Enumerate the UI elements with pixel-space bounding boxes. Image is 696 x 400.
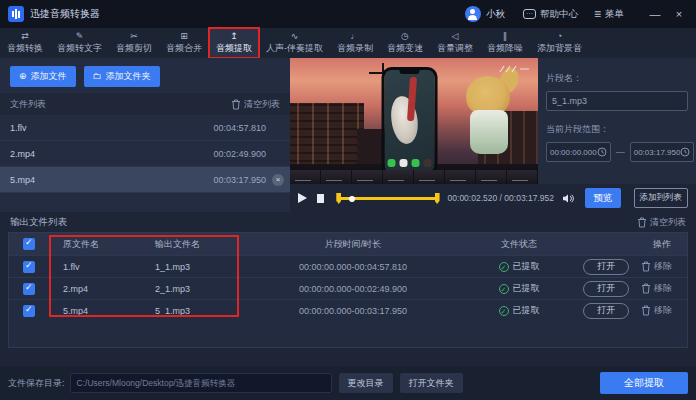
audio-record-icon: ♩	[351, 32, 360, 41]
add-file-icon: ⊕	[19, 72, 27, 81]
add-to-list-button[interactable]: 添加到列表	[634, 188, 689, 208]
extract-all-button[interactable]: 全部提取	[600, 372, 688, 394]
menu-label: 菜单	[605, 8, 624, 21]
volume-button[interactable]	[562, 193, 575, 204]
tab-volume-adjust[interactable]: ◁ 音量调整	[430, 28, 480, 58]
user-name[interactable]: 小秋	[486, 8, 505, 21]
open-button[interactable]: 打开	[583, 259, 629, 275]
video-preview[interactable]	[290, 58, 538, 184]
clear-output-list-button[interactable]: 清空列表	[637, 216, 686, 229]
tab-audio-denoise[interactable]: ∥ 音频降噪	[480, 28, 530, 58]
remove-button[interactable]: 移除	[641, 260, 672, 273]
footer-bar: 文件保存目录: C:/Users/Mloong/Desktop/迅捷音频转换器 …	[0, 366, 696, 400]
select-all-checkbox[interactable]	[23, 238, 35, 250]
trash-icon	[641, 283, 651, 294]
clock-icon	[597, 147, 607, 157]
tab-audio-speed[interactable]: ◷ 音频变速	[380, 28, 430, 58]
playhead[interactable]	[349, 196, 355, 202]
output-table: 原文件名 输出文件名 片段时间/时长 文件状态 操作 1.flv 1_1.mp3…	[8, 232, 688, 348]
range-end-input[interactable]: 00:03:17.950	[630, 142, 695, 162]
user-avatar[interactable]	[465, 6, 481, 22]
audio-extract-icon: ↥	[230, 32, 238, 41]
trash-icon	[641, 261, 651, 272]
add-folder-button[interactable]: 🗀 添加文件夹	[84, 66, 160, 87]
speaker-icon	[562, 193, 575, 204]
status-success-icon: ✓	[499, 262, 509, 272]
status-success-icon: ✓	[499, 284, 509, 294]
output-row: 2.mp4 2_1.mp3 00:00:00.000-00:02:49.900 …	[9, 277, 687, 299]
segment-name-label: 片段名：	[546, 72, 688, 85]
close-button[interactable]: ×	[670, 8, 688, 20]
output-list-title: 输出文件列表	[10, 216, 67, 229]
trim-handle-end[interactable]	[435, 193, 440, 204]
tab-audio-convert[interactable]: ⇄ 音频转换	[0, 28, 50, 58]
tab-add-background-audio[interactable]: ◔ 添加背景音	[530, 28, 589, 58]
segment-name-input[interactable]: 5_1.mp3	[546, 91, 688, 111]
remove-button[interactable]: 移除	[641, 304, 672, 317]
range-dash: —	[616, 147, 625, 157]
vocal-separation-icon: ∿	[291, 32, 299, 41]
trim-slider[interactable]	[336, 191, 439, 205]
audio-speed-icon: ◷	[401, 32, 409, 41]
row-checkbox[interactable]	[23, 261, 35, 273]
stop-button[interactable]	[317, 194, 324, 203]
filmstrip	[290, 170, 538, 184]
file-row[interactable]: 2.mp4 00:02:49.900	[0, 141, 290, 167]
audio-to-text-icon: ✎	[76, 32, 84, 41]
file-row[interactable]: 1.flv 00:04:57.810	[0, 115, 290, 141]
audio-cut-icon: ✂	[130, 32, 138, 41]
remove-button[interactable]: 移除	[641, 282, 672, 295]
audio-denoise-icon: ∥	[503, 32, 508, 41]
tab-audio-record[interactable]: ♩ 音频录制	[330, 28, 380, 58]
video-art-phone	[382, 67, 438, 175]
range-start-input[interactable]: 00:00:00.000	[546, 142, 611, 162]
add-background-audio-icon: ◔	[557, 32, 562, 41]
tab-audio-to-text[interactable]: ✎ 音频转文字	[50, 28, 109, 58]
output-row: 1.flv 1_1.mp3 00:00:00.000-00:04:57.810 …	[9, 255, 687, 277]
clear-file-list-button[interactable]: 清空列表	[231, 98, 280, 111]
video-art-character	[464, 76, 512, 154]
app-title: 迅捷音频转换器	[30, 7, 100, 21]
tab-vocal-separation[interactable]: ∿ 人声-伴奏提取	[259, 28, 330, 58]
time-display: 00:00:02.520 / 00:03:17.952	[448, 193, 554, 203]
audio-convert-icon: ⇄	[21, 32, 29, 41]
open-button[interactable]: 打开	[583, 303, 629, 319]
save-dir-label: 文件保存目录:	[8, 377, 65, 390]
help-bubble-icon: ···	[523, 9, 536, 19]
trash-icon	[641, 305, 651, 316]
row-checkbox[interactable]	[23, 305, 35, 317]
open-folder-button[interactable]: 打开文件夹	[400, 373, 463, 393]
output-table-header: 原文件名 输出文件名 片段时间/时长 文件状态 操作	[9, 233, 687, 255]
remove-file-icon[interactable]: ×	[272, 174, 284, 186]
titlebar: 迅捷音频转换器 小秋 ··· 帮助中心 ≡ 菜单 — ×	[0, 0, 696, 28]
row-checkbox[interactable]	[23, 283, 35, 295]
volume-adjust-icon: ◁	[452, 32, 459, 41]
file-list-title: 文件列表	[10, 98, 46, 111]
trash-icon	[637, 217, 647, 228]
menu-button[interactable]: ≡ 菜单	[594, 7, 624, 21]
tab-audio-cut[interactable]: ✂ 音频剪切	[109, 28, 159, 58]
player-controls: 00:00:02.520 / 00:03:17.952 预览 添加到列表	[290, 184, 696, 212]
menu-icon: ≡	[594, 7, 601, 21]
save-dir-input[interactable]: C:/Users/Mloong/Desktop/迅捷音频转换器	[70, 373, 332, 393]
audio-merge-icon: ⊞	[180, 32, 188, 41]
play-button[interactable]	[298, 193, 307, 203]
segment-panel: 片段名： 5_1.mp3 当前片段范围： 00:00:00.000 — 00:0…	[538, 58, 696, 184]
open-button[interactable]: 打开	[583, 281, 629, 297]
preview-button[interactable]: 预览	[585, 188, 621, 208]
file-row-selected[interactable]: 5.mp4 00:03:17.950 ×	[0, 167, 290, 193]
tab-audio-merge[interactable]: ⊞ 音频合并	[159, 28, 209, 58]
status-success-icon: ✓	[499, 306, 509, 316]
help-center-button[interactable]: ··· 帮助中心	[523, 8, 578, 21]
minimize-button[interactable]: —	[646, 8, 664, 20]
change-dir-button[interactable]: 更改目录	[339, 373, 393, 393]
source-file-panel: ⊕ 添加文件 🗀 添加文件夹 文件列表 清空列表 1.flv 00:04:57.…	[0, 58, 290, 212]
feature-tabbar: ⇄ 音频转换 ✎ 音频转文字 ✂ 音频剪切 ⊞ 音频合并 ↥ 音频提取 ∿ 人声…	[0, 28, 696, 58]
add-file-button[interactable]: ⊕ 添加文件	[10, 66, 76, 87]
help-center-label: 帮助中心	[540, 8, 578, 21]
clock-icon	[680, 147, 690, 157]
app-logo-icon	[8, 6, 24, 22]
trim-handle-start[interactable]	[336, 193, 341, 204]
output-section: 输出文件列表 清空列表 原文件名 输出文件名 片段时间/时长 文件状态 操作 1…	[0, 212, 696, 348]
tab-audio-extract[interactable]: ↥ 音频提取	[209, 28, 259, 58]
